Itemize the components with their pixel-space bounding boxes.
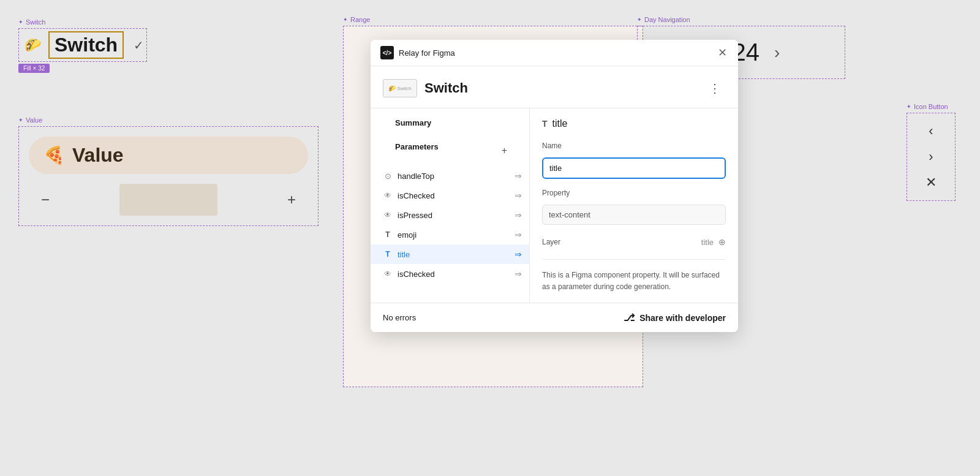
modal-footer: No errors ⎇ Share with developer	[371, 303, 738, 332]
value-component: Value 🍕 Value − +	[18, 116, 318, 226]
parameters-section-header: Parameters +	[371, 142, 529, 166]
param-icon-eye2: 👁	[383, 211, 393, 219]
summary-label: Summary	[383, 118, 443, 135]
property-field-label: Property	[542, 189, 570, 197]
icon-btn-frame: ‹ › ✕	[907, 113, 956, 201]
param-item-isChecked2[interactable]: 👁 isChecked ⇒	[371, 264, 529, 284]
param-icon-eye3: 👁	[383, 270, 393, 278]
field-description: This is a Figma component property. It w…	[542, 270, 726, 293]
param-item-emoji[interactable]: T emoji ⇒	[371, 225, 529, 244]
icon-btn-label: Icon Button	[907, 103, 956, 110]
param-name-handleTop: handleTop	[398, 172, 434, 181]
value-controls: − +	[29, 184, 308, 216]
value-text: Value	[72, 144, 124, 167]
param-name-isPressed: isPressed	[398, 211, 432, 220]
switch-title: Switch	[48, 31, 124, 59]
value-pill: 🍕 Value	[29, 137, 308, 174]
switch-component: Switch 🌮 Switch ✓ Fill × 32	[18, 18, 147, 73]
parameters-label: Parameters	[383, 142, 451, 159]
layer-field-label: Layer	[542, 238, 560, 246]
switch-frame: 🌮 Switch ✓	[18, 28, 147, 62]
modal-app-title: Relay for Figma	[399, 48, 455, 58]
right-panel-type-icon: T	[542, 119, 548, 129]
value-minus-button[interactable]: −	[34, 189, 57, 211]
param-arrow-isPressed: ⇒	[514, 210, 522, 220]
relay-modal: </> Relay for Figma ✕ 🌮 Switch Switch ⋮ …	[371, 40, 738, 332]
icon-btn-component: Icon Button ‹ › ✕	[907, 103, 956, 201]
param-item-isChecked1[interactable]: 👁 isChecked ⇒	[371, 186, 529, 205]
left-panel: Summary Parameters + ⊙ handleTop ⇒	[371, 108, 530, 303]
range-component-label: Range	[343, 16, 643, 23]
share-label: Share with developer	[639, 313, 726, 323]
param-item-title[interactable]: T title ⇒	[371, 244, 529, 264]
param-item-isPressed[interactable]: 👁 isPressed ⇒	[371, 205, 529, 225]
share-with-developer-button[interactable]: ⎇ Share with developer	[624, 312, 726, 323]
param-icon-text-emoji: T	[383, 230, 393, 239]
add-parameter-button[interactable]: +	[489, 145, 519, 156]
right-panel-divider	[542, 259, 726, 260]
param-name-emoji: emoji	[398, 230, 417, 240]
layer-field-value: title	[701, 238, 714, 247]
right-panel: T title Name Property text-content Layer	[530, 108, 738, 303]
param-arrow-title: ⇒	[514, 249, 522, 259]
switch-check-icon: ✓	[134, 38, 144, 53]
modal-component-info: 🌮 Switch Switch	[383, 79, 468, 97]
modal-component-thumb: 🌮 Switch	[383, 79, 417, 97]
relay-logo: </>	[380, 46, 394, 59]
value-rect	[119, 184, 217, 216]
param-icon-text-title: T	[383, 250, 393, 259]
value-frame: 🍕 Value − +	[18, 126, 318, 226]
value-pizza-icon: 🍕	[43, 145, 65, 165]
modal-close-button[interactable]: ✕	[717, 46, 728, 59]
param-arrow-isChecked1: ⇒	[514, 191, 522, 200]
footer-status: No errors	[383, 313, 416, 322]
modal-more-button[interactable]: ⋮	[704, 78, 726, 98]
modal-component-name: Switch	[424, 80, 468, 96]
day-nav-label: Day Navigation	[637, 16, 845, 23]
switch-taco-icon: 🌮	[21, 34, 43, 56]
name-field-label: Name	[542, 142, 562, 150]
modal-header: </> Relay for Figma ✕	[371, 40, 738, 66]
icon-btn-right[interactable]: ›	[926, 146, 935, 167]
param-name-isChecked1: isChecked	[398, 191, 435, 200]
param-item-handleTop[interactable]: ⊙ handleTop ⇒	[371, 166, 529, 186]
modal-content: Summary Parameters + ⊙ handleTop ⇒	[371, 108, 738, 303]
modal-body-header: 🌮 Switch Switch ⋮	[371, 66, 738, 108]
layer-field: Layer title ⊕	[542, 235, 726, 249]
value-component-label: Value	[18, 116, 318, 124]
name-field-input[interactable]	[542, 157, 726, 179]
switch-component-label: Switch	[18, 18, 147, 26]
layer-target-icon[interactable]: ⊕	[718, 237, 726, 247]
param-arrow-emoji: ⇒	[514, 230, 522, 240]
share-icon: ⎇	[624, 312, 635, 323]
param-arrow-isChecked2: ⇒	[514, 269, 522, 279]
property-field-value: text-content	[542, 205, 726, 225]
summary-section-header: Summary	[371, 118, 529, 142]
right-panel-title: title	[552, 118, 568, 129]
param-arrow-handleTop: ⇒	[514, 171, 522, 181]
right-panel-header: T title	[542, 118, 726, 129]
icon-btn-left[interactable]: ‹	[926, 121, 935, 142]
param-icon-eye1: 👁	[383, 191, 393, 200]
fill-badge: Fill × 32	[18, 64, 50, 73]
param-name-isChecked2: isChecked	[398, 270, 435, 279]
day-nav-arrow-right[interactable]: ›	[774, 43, 780, 62]
param-icon-handle: ⊙	[383, 172, 393, 181]
property-field-group: Property text-content	[542, 189, 726, 225]
value-plus-button[interactable]: +	[280, 189, 303, 211]
param-list: ⊙ handleTop ⇒ 👁 isChecked ⇒ 👁	[371, 166, 529, 284]
param-name-title: title	[398, 250, 410, 259]
name-field-group: Name	[542, 142, 726, 179]
modal-header-left: </> Relay for Figma	[380, 46, 455, 59]
icon-btn-close[interactable]: ✕	[923, 172, 939, 193]
